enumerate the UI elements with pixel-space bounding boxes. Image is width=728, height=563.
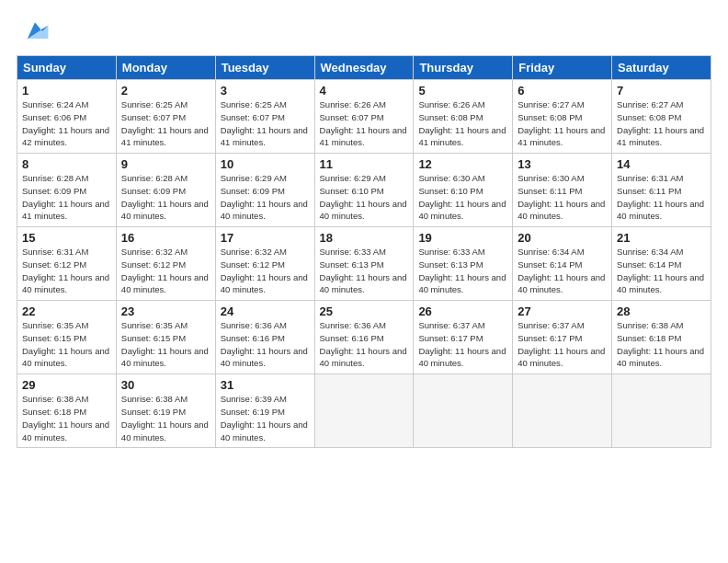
calendar-day-cell: 9 Sunrise: 6:28 AM Sunset: 6:09 PM Dayli… <box>116 154 215 227</box>
calendar-day-cell: 3 Sunrise: 6:25 AM Sunset: 6:07 PM Dayli… <box>215 80 314 154</box>
day-info: Sunrise: 6:29 AM Sunset: 6:10 PM Dayligh… <box>320 172 409 223</box>
page: SundayMondayTuesdayWednesdayThursdayFrid… <box>0 0 728 563</box>
day-info: Sunrise: 6:25 AM Sunset: 6:07 PM Dayligh… <box>121 98 210 149</box>
day-number: 14 <box>617 157 706 171</box>
day-info: Sunrise: 6:36 AM Sunset: 6:16 PM Dayligh… <box>221 319 310 370</box>
day-number: 20 <box>518 231 607 245</box>
calendar-table: SundayMondayTuesdayWednesdayThursdayFrid… <box>17 55 711 448</box>
calendar-week-row: 15 Sunrise: 6:31 AM Sunset: 6:12 PM Dayl… <box>17 227 711 301</box>
day-number: 7 <box>617 84 706 98</box>
calendar-day-cell: 26 Sunrise: 6:37 AM Sunset: 6:17 PM Dayl… <box>414 301 513 374</box>
day-number: 26 <box>418 304 507 318</box>
calendar-day-cell: 23 Sunrise: 6:35 AM Sunset: 6:15 PM Dayl… <box>116 301 215 374</box>
calendar-day-cell: 19 Sunrise: 6:33 AM Sunset: 6:13 PM Dayl… <box>414 227 513 301</box>
calendar-day-cell: 7 Sunrise: 6:27 AM Sunset: 6:08 PM Dayli… <box>612 80 711 154</box>
calendar-day-cell: 8 Sunrise: 6:28 AM Sunset: 6:09 PM Dayli… <box>17 154 117 227</box>
logo <box>17 17 50 46</box>
day-number: 12 <box>418 157 507 171</box>
day-number: 4 <box>320 84 409 98</box>
day-info: Sunrise: 6:27 AM Sunset: 6:08 PM Dayligh… <box>617 98 706 149</box>
day-info: Sunrise: 6:35 AM Sunset: 6:15 PM Dayligh… <box>121 319 210 370</box>
calendar-empty-cell <box>513 374 612 448</box>
day-info: Sunrise: 6:37 AM Sunset: 6:17 PM Dayligh… <box>518 319 607 370</box>
day-info: Sunrise: 6:26 AM Sunset: 6:08 PM Dayligh… <box>418 98 507 149</box>
calendar-week-row: 29 Sunrise: 6:38 AM Sunset: 6:18 PM Dayl… <box>17 374 711 448</box>
calendar-week-row: 22 Sunrise: 6:35 AM Sunset: 6:15 PM Dayl… <box>17 301 711 374</box>
calendar-day-cell: 15 Sunrise: 6:31 AM Sunset: 6:12 PM Dayl… <box>17 227 117 301</box>
day-info: Sunrise: 6:32 AM Sunset: 6:12 PM Dayligh… <box>221 246 310 296</box>
day-info: Sunrise: 6:25 AM Sunset: 6:07 PM Dayligh… <box>221 98 310 149</box>
calendar-day-cell: 20 Sunrise: 6:34 AM Sunset: 6:14 PM Dayl… <box>513 227 612 301</box>
calendar-day-header: Monday <box>116 56 215 80</box>
calendar-day-cell: 11 Sunrise: 6:29 AM Sunset: 6:10 PM Dayl… <box>314 154 414 227</box>
calendar-day-cell: 29 Sunrise: 6:38 AM Sunset: 6:18 PM Dayl… <box>17 374 117 448</box>
day-number: 6 <box>518 84 607 98</box>
logo-icon <box>20 17 50 46</box>
calendar-empty-cell <box>414 374 513 448</box>
day-number: 3 <box>221 84 310 98</box>
calendar-day-header: Tuesday <box>215 56 314 80</box>
day-number: 13 <box>518 157 607 171</box>
day-number: 8 <box>22 157 111 171</box>
calendar-day-cell: 17 Sunrise: 6:32 AM Sunset: 6:12 PM Dayl… <box>215 227 314 301</box>
day-info: Sunrise: 6:27 AM Sunset: 6:08 PM Dayligh… <box>518 98 607 149</box>
day-number: 11 <box>320 157 409 171</box>
calendar-day-header: Thursday <box>414 56 513 80</box>
calendar-empty-cell <box>314 374 414 448</box>
day-info: Sunrise: 6:26 AM Sunset: 6:07 PM Dayligh… <box>320 98 409 149</box>
day-info: Sunrise: 6:29 AM Sunset: 6:09 PM Dayligh… <box>221 172 310 223</box>
calendar-day-cell: 27 Sunrise: 6:37 AM Sunset: 6:17 PM Dayl… <box>513 301 612 374</box>
calendar-day-header: Wednesday <box>314 56 414 80</box>
svg-marker-1 <box>28 22 48 39</box>
day-number: 9 <box>121 157 210 171</box>
calendar-day-header: Sunday <box>17 56 117 80</box>
day-info: Sunrise: 6:39 AM Sunset: 6:19 PM Dayligh… <box>221 393 310 443</box>
day-number: 16 <box>121 231 210 245</box>
calendar-header-row: SundayMondayTuesdayWednesdayThursdayFrid… <box>17 56 711 80</box>
day-number: 19 <box>418 231 507 245</box>
calendar-day-header: Friday <box>513 56 612 80</box>
calendar-day-cell: 24 Sunrise: 6:36 AM Sunset: 6:16 PM Dayl… <box>215 301 314 374</box>
day-number: 15 <box>22 231 111 245</box>
day-info: Sunrise: 6:30 AM Sunset: 6:10 PM Dayligh… <box>418 172 507 223</box>
day-info: Sunrise: 6:31 AM Sunset: 6:12 PM Dayligh… <box>22 246 111 296</box>
calendar-day-cell: 2 Sunrise: 6:25 AM Sunset: 6:07 PM Dayli… <box>116 80 215 154</box>
day-info: Sunrise: 6:24 AM Sunset: 6:06 PM Dayligh… <box>22 98 111 149</box>
day-info: Sunrise: 6:34 AM Sunset: 6:14 PM Dayligh… <box>518 246 607 296</box>
day-number: 29 <box>22 378 111 392</box>
calendar-day-cell: 18 Sunrise: 6:33 AM Sunset: 6:13 PM Dayl… <box>314 227 414 301</box>
day-number: 23 <box>121 304 210 318</box>
calendar-day-cell: 14 Sunrise: 6:31 AM Sunset: 6:11 PM Dayl… <box>612 154 711 227</box>
calendar-empty-cell <box>612 374 711 448</box>
day-number: 17 <box>221 231 310 245</box>
day-number: 18 <box>320 231 409 245</box>
day-info: Sunrise: 6:35 AM Sunset: 6:15 PM Dayligh… <box>22 319 111 370</box>
day-info: Sunrise: 6:34 AM Sunset: 6:14 PM Dayligh… <box>617 246 706 296</box>
calendar-day-cell: 31 Sunrise: 6:39 AM Sunset: 6:19 PM Dayl… <box>215 374 314 448</box>
calendar-day-cell: 16 Sunrise: 6:32 AM Sunset: 6:12 PM Dayl… <box>116 227 215 301</box>
day-info: Sunrise: 6:32 AM Sunset: 6:12 PM Dayligh… <box>121 246 210 296</box>
calendar-day-header: Saturday <box>612 56 711 80</box>
day-info: Sunrise: 6:33 AM Sunset: 6:13 PM Dayligh… <box>418 246 507 296</box>
calendar-day-cell: 28 Sunrise: 6:38 AM Sunset: 6:18 PM Dayl… <box>612 301 711 374</box>
day-info: Sunrise: 6:28 AM Sunset: 6:09 PM Dayligh… <box>22 172 111 223</box>
day-number: 5 <box>418 84 507 98</box>
calendar-day-cell: 21 Sunrise: 6:34 AM Sunset: 6:14 PM Dayl… <box>612 227 711 301</box>
day-number: 25 <box>320 304 409 318</box>
calendar-day-cell: 1 Sunrise: 6:24 AM Sunset: 6:06 PM Dayli… <box>17 80 117 154</box>
day-number: 30 <box>121 378 210 392</box>
day-info: Sunrise: 6:37 AM Sunset: 6:17 PM Dayligh… <box>418 319 507 370</box>
calendar-day-cell: 22 Sunrise: 6:35 AM Sunset: 6:15 PM Dayl… <box>17 301 117 374</box>
day-info: Sunrise: 6:38 AM Sunset: 6:18 PM Dayligh… <box>22 393 111 443</box>
calendar-day-cell: 10 Sunrise: 6:29 AM Sunset: 6:09 PM Dayl… <box>215 154 314 227</box>
day-number: 2 <box>121 84 210 98</box>
day-number: 27 <box>518 304 607 318</box>
day-info: Sunrise: 6:33 AM Sunset: 6:13 PM Dayligh… <box>320 246 409 296</box>
day-number: 10 <box>221 157 310 171</box>
calendar-day-cell: 13 Sunrise: 6:30 AM Sunset: 6:11 PM Dayl… <box>513 154 612 227</box>
calendar-day-cell: 6 Sunrise: 6:27 AM Sunset: 6:08 PM Dayli… <box>513 80 612 154</box>
day-info: Sunrise: 6:36 AM Sunset: 6:16 PM Dayligh… <box>320 319 409 370</box>
header <box>17 17 711 46</box>
day-number: 1 <box>22 84 111 98</box>
day-info: Sunrise: 6:28 AM Sunset: 6:09 PM Dayligh… <box>121 172 210 223</box>
